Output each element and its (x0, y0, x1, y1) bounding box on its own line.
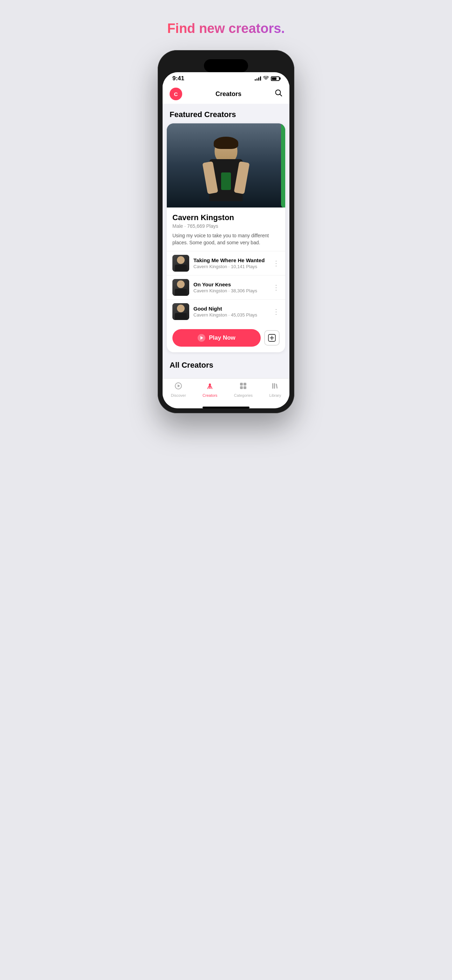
featured-creator-card: Cavern Kingston Male · 765,669 Plays Usi… (167, 123, 285, 352)
svg-rect-15 (244, 386, 246, 389)
phone-screen: 9:41 (162, 72, 290, 408)
play-now-label: Play Now (209, 334, 236, 341)
discover-icon (175, 382, 182, 392)
track-more-icon-1[interactable]: ⋮ (272, 259, 280, 267)
track-thumb-2 (172, 279, 189, 296)
track-item: Taking Me Where He Wanted Cavern Kingsto… (167, 251, 285, 275)
signal-bar-2 (256, 78, 258, 81)
tab-categories-label: Categories (234, 393, 253, 398)
tab-library[interactable]: Library (269, 382, 282, 398)
categories-icon (239, 382, 247, 392)
creator-bio: Using my voice to take you to many diffe… (172, 232, 280, 246)
status-time: 9:41 (172, 75, 184, 82)
wifi-icon (263, 76, 269, 81)
tab-bar: Discover (162, 378, 290, 404)
featured-section-title: Featured Creators (162, 104, 290, 123)
svg-rect-9 (209, 384, 210, 386)
track-info-3: Good Night Cavern Kingston · 45,035 Play… (193, 305, 268, 318)
dynamic-island (204, 59, 248, 72)
phone-frame: 9:41 (158, 50, 294, 413)
play-now-icon (197, 334, 205, 342)
all-creators-title: All Creators (162, 354, 290, 374)
track-meta-2: Cavern Kingston · 38,306 Plays (193, 288, 268, 293)
home-indicator (202, 407, 250, 408)
nav-title: Creators (215, 91, 242, 98)
play-section: Play Now (167, 323, 285, 352)
tab-discover[interactable]: Discover (171, 382, 186, 398)
svg-rect-13 (244, 383, 246, 385)
scroll-content[interactable]: Featured Creators (162, 104, 290, 378)
creator-meta: Male · 765,669 Plays (172, 223, 280, 229)
track-title-1: Taking Me Where He Wanted (193, 257, 268, 263)
signal-bar-4 (260, 76, 261, 81)
creator-name[interactable]: Cavern Kingston (172, 213, 280, 222)
add-to-library-button[interactable] (264, 330, 280, 345)
svg-line-1 (280, 94, 282, 96)
track-title-2: On Your Knees (193, 282, 268, 287)
track-more-icon-2[interactable]: ⋮ (272, 283, 280, 292)
track-info-1: Taking Me Where He Wanted Cavern Kingsto… (193, 257, 268, 269)
svg-rect-12 (240, 383, 243, 385)
signal-bars-icon (255, 76, 261, 81)
svg-marker-6 (178, 385, 180, 387)
svg-rect-14 (240, 386, 243, 389)
tab-categories[interactable]: Categories (234, 382, 253, 398)
tab-library-label: Library (269, 393, 282, 398)
battery-fill (272, 78, 277, 80)
nav-avatar[interactable]: C (170, 88, 182, 100)
tab-discover-label: Discover (171, 393, 186, 398)
search-icon[interactable] (275, 89, 282, 99)
app-content: C Creators Featured Creators (162, 83, 290, 408)
tab-creators-label: Creators (202, 393, 217, 398)
battery-icon (271, 76, 280, 81)
track-thumb-1 (172, 255, 189, 272)
page-wrapper: Find new creators. 9:41 (113, 14, 339, 413)
library-icon (271, 382, 279, 392)
creator-info: Cavern Kingston Male · 765,669 Plays Usi… (167, 207, 285, 246)
nav-bar: C Creators (162, 83, 290, 104)
play-triangle-icon (201, 336, 203, 340)
creators-icon (206, 382, 214, 392)
signal-bar-1 (255, 79, 256, 81)
next-card-peek (281, 123, 285, 207)
track-meta-1: Cavern Kingston · 10,141 Plays (193, 264, 268, 269)
track-more-icon-3[interactable]: ⋮ (272, 307, 280, 316)
all-creators-section: All Creators (162, 352, 290, 378)
svg-rect-17 (274, 383, 275, 389)
signal-bar-3 (258, 78, 259, 81)
track-title-3: Good Night (193, 305, 268, 312)
featured-creator-image (167, 123, 285, 207)
page-headline: Find new creators. (167, 21, 285, 36)
track-thumb-3 (172, 303, 189, 320)
track-item: On Your Knees Cavern Kingston · 38,306 P… (167, 275, 285, 299)
track-list: Taking Me Where He Wanted Cavern Kingsto… (167, 251, 285, 323)
track-item: Good Night Cavern Kingston · 45,035 Play… (167, 299, 285, 323)
status-icons (255, 76, 280, 81)
tab-creators[interactable]: Creators (202, 382, 217, 398)
track-info-2: On Your Knees Cavern Kingston · 38,306 P… (193, 282, 268, 293)
svg-rect-16 (272, 383, 273, 389)
status-bar: 9:41 (162, 72, 290, 83)
play-now-button[interactable]: Play Now (172, 329, 261, 347)
svg-rect-18 (276, 384, 277, 389)
track-meta-3: Cavern Kingston · 45,035 Plays (193, 312, 268, 318)
